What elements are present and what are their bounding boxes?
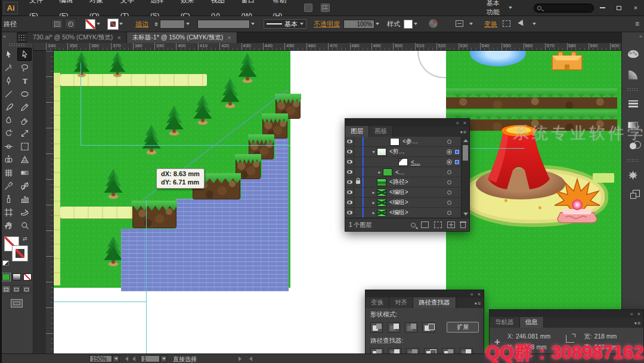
zoom-tool[interactable] — [17, 219, 32, 232]
width-tool[interactable] — [1, 140, 16, 153]
layer-name[interactable]: <剪… — [389, 147, 445, 156]
layer-thumbnail[interactable] — [377, 209, 386, 217]
opacity-dropdown[interactable] — [374, 19, 380, 29]
target-circle[interactable] — [445, 211, 453, 215]
collapse-icon[interactable]: « — [470, 291, 473, 297]
exclude-button[interactable] — [422, 322, 435, 333]
target-circle[interactable] — [445, 201, 453, 205]
shape-builder-tool[interactable] — [1, 153, 16, 166]
expand-arrow-icon[interactable]: ▸ — [370, 200, 377, 205]
lock-toggle[interactable] — [354, 198, 362, 207]
tab-close-icon[interactable]: × — [117, 35, 120, 41]
panel-menu-icon[interactable]: ≡ — [475, 300, 481, 306]
draw-normal-button[interactable] — [2, 285, 11, 293]
layout-icon[interactable] — [321, 4, 330, 12]
visibility-toggle[interactable] — [345, 208, 354, 217]
scroll-down-icon[interactable] — [463, 213, 468, 216]
document-tab-2[interactable]: 未标题-1* @ 150% (CMYK/预览) × — [127, 32, 237, 43]
horizontal-ruler[interactable]: 3403503603703803904004104204304404504604… — [46, 43, 621, 51]
symbol-sprayer-tool[interactable] — [1, 192, 16, 205]
collapse-icon[interactable]: « — [630, 311, 633, 317]
lock-toggle[interactable] — [354, 157, 362, 167]
fill-swatch[interactable] — [85, 19, 95, 29]
slice-tool[interactable] — [17, 205, 32, 219]
type-tool[interactable]: T — [17, 74, 32, 87]
collapse-icon[interactable]: « — [456, 120, 459, 126]
color-guide-panel-icon[interactable] — [626, 67, 641, 82]
links-panel-icon[interactable] — [626, 188, 641, 204]
magic-wand-tool[interactable] — [1, 61, 16, 74]
arrange-documents-icon[interactable] — [304, 4, 313, 12]
visibility-toggle[interactable] — [345, 187, 354, 197]
vertical-ruler[interactable] — [46, 51, 54, 353]
default-fill-stroke-icon[interactable] — [2, 260, 9, 266]
fill-dropdown[interactable] — [95, 19, 101, 29]
blob-brush-tool[interactable] — [1, 113, 16, 127]
style-dropdown[interactable] — [413, 19, 418, 29]
stroke-panel-icon[interactable] — [626, 96, 641, 112]
tab-close-icon[interactable]: × — [227, 35, 231, 41]
stroke-dropdown[interactable] — [118, 19, 123, 29]
locate-object-icon[interactable] — [411, 223, 416, 227]
artboard-tool[interactable] — [1, 205, 16, 219]
lock-toggle[interactable] — [354, 137, 362, 146]
lock-toggle[interactable] — [354, 177, 362, 187]
prev-artboard-icon[interactable] — [132, 356, 135, 361]
panel-grip[interactable] — [8, 43, 24, 46]
new-sublayer-icon[interactable] — [434, 222, 442, 228]
layer-row[interactable]: ▸ <编组> — [345, 208, 461, 218]
mesh-tool[interactable] — [1, 166, 16, 179]
close-button[interactable]: × — [627, 0, 644, 16]
recolor-artwork-icon[interactable] — [429, 19, 439, 29]
intersect-button[interactable] — [405, 322, 417, 333]
scroll-up-icon[interactable] — [463, 139, 468, 142]
layer-name[interactable]: <编组> — [389, 198, 445, 207]
scale-tool[interactable] — [17, 127, 32, 140]
scroll-left-icon[interactable] — [249, 356, 252, 361]
first-artboard-icon[interactable] — [125, 356, 128, 361]
color-button-none[interactable] — [23, 273, 32, 281]
column-graph-tool[interactable] — [17, 192, 32, 205]
layer-name[interactable]: <… — [395, 169, 445, 176]
expand-arrow-icon[interactable]: ▸ — [370, 210, 377, 216]
brush-definition-field[interactable]: 基本 — [264, 19, 306, 29]
layer-name[interactable]: <参… — [402, 137, 445, 146]
lock-toggle[interactable] — [354, 187, 362, 197]
color-button-fill[interactable] — [2, 273, 10, 281]
color-panel-icon[interactable] — [626, 46, 641, 61]
stroke-swatch[interactable] — [108, 19, 118, 29]
line-segment-tool[interactable] — [1, 87, 16, 100]
bounding-box-icon[interactable] — [503, 19, 513, 29]
visibility-toggle[interactable] — [345, 167, 354, 177]
scroll-right-icon[interactable] — [239, 356, 242, 361]
close-icon[interactable]: × — [463, 120, 466, 126]
blend-tool[interactable] — [17, 179, 32, 192]
symbols-panel-icon[interactable] — [626, 167, 641, 183]
layer-row[interactable]: <参… — [345, 137, 461, 147]
workspace-switcher[interactable]: 基本功能 — [482, 0, 517, 18]
stroke-weight-stepper[interactable] — [154, 22, 158, 26]
layer-name[interactable]: <路径> — [389, 178, 445, 186]
paintbrush-tool[interactable] — [1, 100, 16, 113]
canvas-viewport[interactable]: dX: 8.63 mm dY: 6.71 mm — [54, 51, 621, 353]
opacity-field[interactable]: 100% — [343, 20, 374, 29]
lock-toggle[interactable] — [354, 167, 362, 177]
layer-thumbnail[interactable] — [390, 138, 400, 146]
visibility-toggle[interactable] — [345, 157, 354, 167]
scroll-thumb[interactable] — [463, 145, 468, 161]
target-circle[interactable] — [445, 140, 453, 144]
restore-button[interactable] — [611, 0, 627, 16]
stroke-link[interactable]: 描边 — [135, 20, 148, 29]
tab-navigator[interactable]: 导航器 — [490, 317, 520, 328]
visibility-toggle[interactable] — [345, 147, 354, 156]
draw-behind-button[interactable] — [12, 285, 21, 293]
lock-toggle[interactable] — [354, 208, 362, 217]
align-dropdown[interactable] — [468, 19, 473, 29]
visibility-toggle[interactable] — [345, 198, 354, 207]
panel-options-icon[interactable]: ≡ — [635, 20, 639, 28]
layer-row[interactable]: ▾ <剪… — [345, 147, 461, 157]
pen-tool[interactable] — [1, 74, 16, 87]
make-mask-icon[interactable] — [421, 222, 429, 228]
selection-tool[interactable] — [1, 48, 16, 61]
eraser-tool[interactable] — [17, 113, 32, 127]
